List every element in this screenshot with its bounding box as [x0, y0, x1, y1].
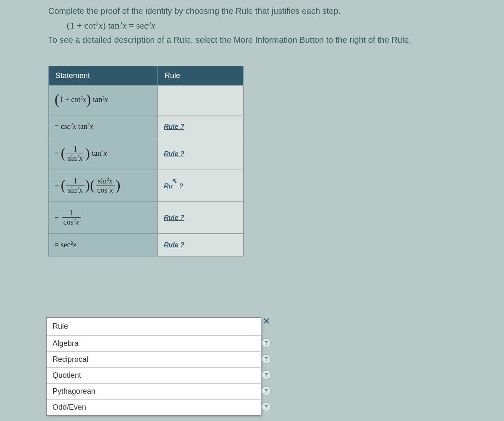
statement-3: = (1sin2x)(sin2xcos2x) [49, 170, 158, 202]
instruction-text: To see a detailed description of a Rule,… [48, 35, 504, 45]
help-icon[interactable]: ? [262, 354, 271, 363]
close-icon[interactable]: ✕ [263, 316, 270, 326]
rule-dropdown: Rule ✕ Algebra ? Reciprocal ? Quotient ?… [46, 317, 261, 416]
rule-select-4[interactable]: Rule ? [164, 214, 184, 221]
rule-select-5[interactable]: Rule ? [164, 241, 184, 248]
dropdown-item-label: Pythagorean [52, 387, 95, 395]
table-row: (1 + cot2x) tan2x [49, 86, 244, 115]
cursor-icon: ↖ [171, 176, 177, 186]
prompt-text: Complete the proof of the identity by ch… [48, 4, 504, 18]
dropdown-item-reciprocal[interactable]: Reciprocal ? [47, 351, 261, 367]
help-icon[interactable]: ? [262, 402, 271, 411]
help-icon[interactable]: ? [262, 338, 271, 348]
dropdown-item-algebra[interactable]: Algebra ? [47, 335, 261, 351]
statement-0: (1 + cot2x) tan2x [49, 86, 158, 115]
dropdown-item-label: Algebra [52, 339, 79, 348]
rule-select-2[interactable]: Rule ? [164, 150, 184, 157]
dropdown-item-label: Quotient [52, 371, 81, 379]
help-icon[interactable]: ? [262, 370, 271, 379]
statement-4: = 1cos2x [49, 202, 158, 234]
dropdown-item-oddeven[interactable]: Odd/Even ? [47, 399, 261, 415]
help-icon[interactable]: ? [262, 386, 271, 395]
table-row: = (1sin2x) tan2x Rule ? [49, 138, 244, 170]
dropdown-item-quotient[interactable]: Quotient ? [47, 367, 261, 383]
dropdown-item-label: Reciprocal [52, 355, 88, 363]
dropdown-title: Rule ✕ [47, 318, 261, 335]
identity-equation: (1 + cot2x) tan2x = sec2x [67, 20, 504, 31]
statement-5: = sec2x [49, 234, 158, 256]
dropdown-item-pythagorean[interactable]: Pythagorean ? [47, 383, 261, 399]
table-row: = 1cos2x Rule ? [49, 202, 244, 234]
header-rule: Rule [158, 66, 244, 86]
table-row: = sec2x Rule ? [49, 234, 244, 256]
header-statement: Statement [49, 66, 158, 86]
proof-table: Statement Rule (1 + cot2x) tan2x = csc2x… [48, 66, 244, 256]
dropdown-title-text: Rule [52, 322, 68, 330]
dropdown-item-label: Odd/Even [52, 403, 86, 411]
rule-select-3[interactable]: Ru↖? [164, 183, 183, 190]
table-row: = (1sin2x)(sin2xcos2x) Ru↖? [49, 170, 244, 202]
rule-cell-0 [158, 86, 244, 115]
rule-select-1[interactable]: Rule ? [164, 123, 184, 130]
table-row: = csc2x tan2x Rule ? [49, 115, 244, 138]
statement-2: = (1sin2x) tan2x [49, 138, 158, 170]
statement-1: = csc2x tan2x [49, 115, 158, 138]
